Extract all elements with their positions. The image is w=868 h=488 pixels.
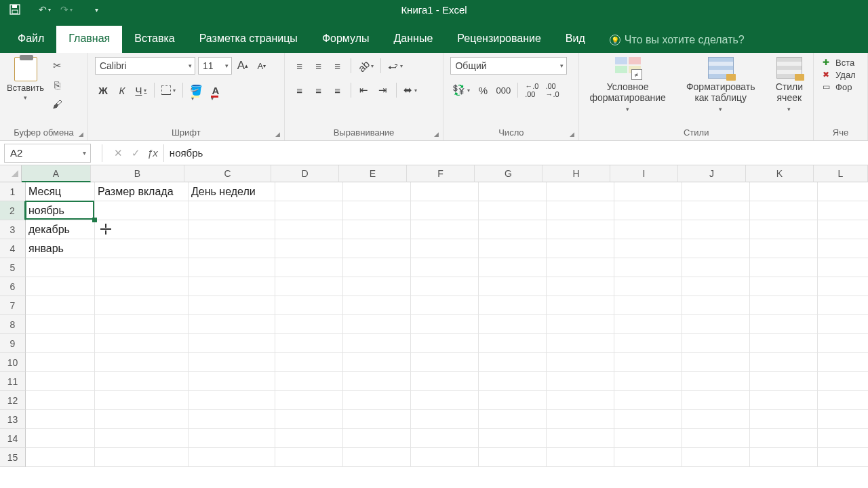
cell-J15[interactable] — [682, 448, 750, 467]
cell-L11[interactable] — [818, 372, 868, 391]
cell-G9[interactable] — [479, 334, 547, 353]
cell-C1[interactable]: День недели — [189, 182, 275, 201]
border-button[interactable] — [159, 81, 178, 99]
cell-J7[interactable] — [682, 296, 750, 315]
row-header-4[interactable]: 4 — [0, 239, 26, 258]
cell-A13[interactable] — [26, 410, 95, 429]
italic-button[interactable]: К — [114, 81, 130, 99]
cell-J10[interactable] — [682, 353, 750, 372]
cell-E11[interactable] — [343, 372, 411, 391]
cell-C15[interactable] — [189, 448, 275, 467]
tab-formulas[interactable]: Формулы — [310, 26, 382, 53]
cell-H4[interactable] — [547, 239, 614, 258]
cell-F8[interactable] — [411, 315, 479, 334]
cell-J6[interactable] — [682, 277, 750, 296]
delete-cells-button[interactable]: ✖Удал — [821, 69, 856, 80]
align-top-button[interactable]: ≡ — [292, 57, 308, 75]
cell-I7[interactable] — [614, 296, 682, 315]
cell-F5[interactable] — [411, 258, 479, 277]
tab-review[interactable]: Рецензирование — [445, 26, 553, 53]
wrap-text-button[interactable]: ⮐ — [386, 57, 405, 75]
cell-G6[interactable] — [479, 277, 547, 296]
row-header-8[interactable]: 8 — [0, 315, 26, 334]
cell-H8[interactable] — [547, 315, 614, 334]
row-header-2[interactable]: 2 — [0, 201, 26, 220]
cell-E6[interactable] — [343, 277, 411, 296]
increase-decimal-button[interactable]: ←.0.00 — [523, 81, 540, 99]
row-header-3[interactable]: 3 — [0, 220, 26, 239]
underline-button[interactable]: Ч — [133, 81, 149, 99]
cell-H12[interactable] — [547, 391, 614, 410]
number-launcher[interactable]: ◢ — [570, 131, 574, 138]
row-header-7[interactable]: 7 — [0, 296, 26, 315]
cell-L15[interactable] — [818, 448, 868, 467]
tab-data[interactable]: Данные — [382, 26, 446, 53]
format-painter-button[interactable]: 🖌 — [50, 96, 64, 111]
copy-button[interactable]: ⎘ — [50, 77, 64, 92]
column-header-I[interactable]: I — [610, 165, 678, 182]
cell-F12[interactable] — [411, 391, 479, 410]
cell-I4[interactable] — [614, 239, 682, 258]
cell-I5[interactable] — [614, 258, 682, 277]
cell-L14[interactable] — [818, 429, 868, 448]
cell-L10[interactable] — [818, 353, 868, 372]
cell-L2[interactable] — [818, 201, 868, 220]
format-cells-button[interactable]: ▭Фор — [821, 81, 856, 92]
cell-J4[interactable] — [682, 239, 750, 258]
column-header-L[interactable]: L — [814, 165, 868, 182]
cell-A12[interactable] — [26, 391, 95, 410]
cell-H13[interactable] — [547, 410, 614, 429]
cell-B5[interactable] — [95, 258, 189, 277]
cell-C13[interactable] — [189, 410, 275, 429]
cell-D15[interactable] — [275, 448, 343, 467]
cell-E7[interactable] — [343, 296, 411, 315]
cell-K13[interactable] — [750, 410, 818, 429]
cell-L13[interactable] — [818, 410, 868, 429]
bold-button[interactable]: Ж — [95, 81, 111, 99]
cell-K11[interactable] — [750, 372, 818, 391]
save-button[interactable] — [5, 1, 24, 18]
cell-E4[interactable] — [343, 239, 411, 258]
cell-A3[interactable]: декабрь — [26, 220, 95, 239]
cell-L3[interactable] — [818, 220, 868, 239]
cell-C12[interactable] — [189, 391, 275, 410]
cell-F7[interactable] — [411, 296, 479, 315]
cell-E12[interactable] — [343, 391, 411, 410]
cell-I10[interactable] — [614, 353, 682, 372]
cell-I1[interactable] — [614, 182, 682, 201]
cell-A4[interactable]: январь — [26, 239, 95, 258]
cell-K2[interactable] — [750, 201, 818, 220]
row-header-1[interactable]: 1 — [0, 182, 26, 201]
row-header-12[interactable]: 12 — [0, 391, 26, 410]
cell-H6[interactable] — [547, 277, 614, 296]
cell-K14[interactable] — [750, 429, 818, 448]
cell-I3[interactable] — [614, 220, 682, 239]
comma-button[interactable]: 000 — [494, 81, 513, 99]
cell-D13[interactable] — [275, 410, 343, 429]
cell-H5[interactable] — [547, 258, 614, 277]
cell-G10[interactable] — [479, 353, 547, 372]
cell-J2[interactable] — [682, 201, 750, 220]
cancel-formula-button[interactable]: ✕ — [109, 144, 127, 162]
fill-handle[interactable] — [92, 218, 97, 222]
cell-B11[interactable] — [95, 372, 189, 391]
align-left-button[interactable]: ≡ — [292, 81, 308, 99]
column-header-B[interactable]: B — [91, 165, 184, 182]
paste-button[interactable]: Вставить ▾ — [4, 56, 47, 102]
select-all-corner[interactable] — [0, 165, 22, 182]
cell-B8[interactable] — [95, 315, 189, 334]
decrease-decimal-button[interactable]: .00→.0 — [543, 81, 561, 99]
cell-L6[interactable] — [818, 277, 868, 296]
insert-function-button[interactable]: ƒx — [147, 147, 158, 159]
cell-D14[interactable] — [275, 429, 343, 448]
cell-F2[interactable] — [411, 201, 479, 220]
cell-G7[interactable] — [479, 296, 547, 315]
cell-A6[interactable] — [26, 277, 95, 296]
cell-F9[interactable] — [411, 334, 479, 353]
cell-G14[interactable] — [479, 429, 547, 448]
column-header-G[interactable]: G — [475, 165, 542, 182]
column-header-K[interactable]: K — [746, 165, 814, 182]
cell-K15[interactable] — [750, 448, 818, 467]
enter-formula-button[interactable]: ✓ — [127, 144, 144, 162]
cell-B4[interactable] — [95, 239, 189, 258]
